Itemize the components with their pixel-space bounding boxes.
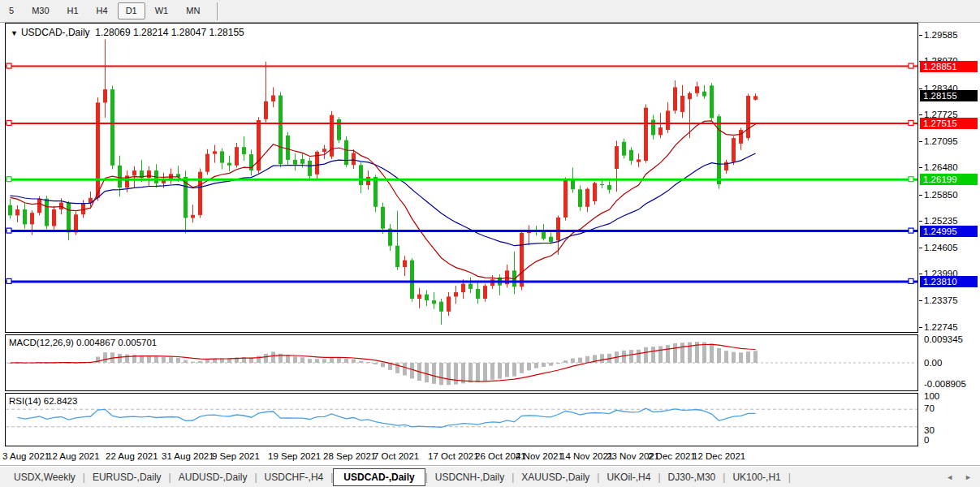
price-tick-mark [919,300,922,301]
price-tick-mark [919,221,922,222]
macd-axis-label: -0.008905 [924,379,966,390]
tab-scroll-right-icon[interactable]: ► [965,473,972,481]
chart-tab-usdcad-daily[interactable]: USDCAD-,Daily [333,468,425,486]
price-tag-1.24995: 1.24995 [920,226,978,237]
date-label: 9 Sep 2021 [212,451,260,461]
hline-resistance-line-2[interactable] [6,120,917,125]
macd-panel: MACD(12,26,9) 0.004867 0.005701 [5,334,918,391]
price-chart-plot[interactable] [6,24,917,332]
price-tick-label: 1.26480 [924,162,958,173]
date-label: 4 Nov 2021 [516,451,563,461]
date-label: 12 Aug 2021 [47,451,100,461]
macd-histogram [8,342,758,385]
price-tag-1.27515: 1.27515 [920,118,978,129]
date-label: 3 Aug 2021 [2,451,50,461]
rsi-axis-label: 70 [924,403,935,414]
macd-label: MACD(12,26,9) 0.004867 0.005701 [9,338,157,347]
price-tick-label: 1.27095 [924,136,958,147]
price-tick-mark [919,327,922,328]
hline-support-line-blue-1[interactable] [6,228,917,233]
date-label: 22 Aug 2021 [106,451,158,461]
timeframe-button-w1[interactable]: W1 [147,2,177,19]
date-label: 19 Sep 2021 [268,451,321,461]
chart-tab-usdchf-h4[interactable]: USDCHF-,H4 [257,468,331,486]
price-tick-mark [919,167,922,168]
chart-tab-usdcnh-daily[interactable]: USDCNH-,Daily [428,468,512,486]
price-chart-panel: ▼USDCAD-,Daily 1.28069 1.28214 1.28047 1… [5,23,918,333]
mt4-window: 5M30H1H4D1W1MN ▼USDCAD-,Daily 1.28069 1.… [0,0,980,487]
timeframe-button-d1[interactable]: D1 [118,2,145,19]
price-tick-label: 1.22745 [924,322,958,333]
time-axis[interactable]: 3 Aug 202112 Aug 202122 Aug 202131 Aug 2… [5,447,918,464]
price-tick-mark [919,35,922,36]
price-tag-1.26199: 1.26199 [920,174,978,185]
toolbar-separator [217,2,218,20]
ohlc-readout: 1.28069 1.28214 1.28047 1.28155 [90,27,244,38]
price-tick-label: 1.25850 [924,190,958,200]
chart-tab-dj30-m30[interactable]: DJ30-,M30 [661,468,723,486]
chart-tab-audusd-daily[interactable]: AUDUSD-,Daily [171,468,255,486]
price-tag-1.28851: 1.28851 [920,61,978,72]
rsi-label: RSI(14) 62.8423 [9,396,77,406]
chart-tab-xauusd-daily[interactable]: XAUUSD-,Daily [514,468,597,486]
price-tick-mark [919,141,922,142]
price-tick-mark [919,248,922,248]
date-label: 12 Dec 2021 [693,451,745,461]
date-label: 31 Aug 2021 [162,451,214,461]
date-label: 7 Oct 2021 [373,451,419,461]
price-tick-mark [919,88,922,89]
date-label: 28 Sep 2021 [323,451,376,461]
price-tag-1.23810: 1.23810 [920,276,978,287]
timeframe-button-5[interactable]: 5 [1,2,22,19]
price-axis[interactable]: 1.295851.289701.283401.277251.270951.264… [919,23,980,448]
date-label: 2 Dec 2021 [648,451,696,461]
timeframe-button-h1[interactable]: H1 [59,2,87,19]
rsi-axis-label: 100 [924,391,939,402]
macd-axis-label: 0.009345 [924,334,963,345]
price-tick-mark [919,114,922,115]
ma-fast-line [11,121,756,279]
chart-tab-uk100-h1[interactable]: UK100-,H1 [725,468,788,486]
hline-resistance-line-1[interactable] [6,63,917,68]
price-tick-label: 1.23375 [924,295,958,306]
date-label: 17 Oct 2021 [428,451,479,461]
macd-axis-label: 0.00 [924,358,942,368]
chart-tab-bar: USDX,Weekly|EURUSD-,Daily|AUDUSD-,Daily|… [0,466,980,487]
rsi-axis-label: 0 [924,435,929,446]
date-label: 14 Nov 2021 [560,451,613,461]
rsi-plot[interactable] [6,394,917,446]
price-tick-mark [919,274,922,274]
chart-symbol-label: USDCAD-,Daily [21,27,90,38]
timeframe-button-m30[interactable]: M30 [24,2,57,19]
tab-separator: | [788,472,791,483]
price-tick-mark [919,195,922,196]
rsi-panel: RSI(14) 62.8423 [5,393,918,446]
chart-tab-ukoil-h4[interactable]: UKOil-,H4 [599,468,658,486]
chart-title: ▼USDCAD-,Daily 1.28069 1.28214 1.28047 1… [11,27,244,38]
chart-tab-usdx-weekly[interactable]: USDX,Weekly [6,468,83,486]
price-tag-1.28155: 1.28155 [920,90,978,101]
timeframe-button-h4[interactable]: H4 [89,2,116,19]
rsi-line [18,408,756,427]
price-tick-label: 1.24605 [924,243,958,253]
price-tick-label: 1.29585 [924,30,958,41]
timeframe-button-mn[interactable]: MN [178,2,208,19]
tab-scroll-left-icon[interactable]: ◄ [946,473,953,481]
collapse-chart-icon[interactable]: ▼ [11,29,18,37]
timeframe-toolbar: 5M30H1H4D1W1MN [0,0,980,23]
hline-support-line-blue-2[interactable] [6,278,917,283]
chart-tab-eurusd-daily[interactable]: EURUSD-,Daily [85,468,169,486]
